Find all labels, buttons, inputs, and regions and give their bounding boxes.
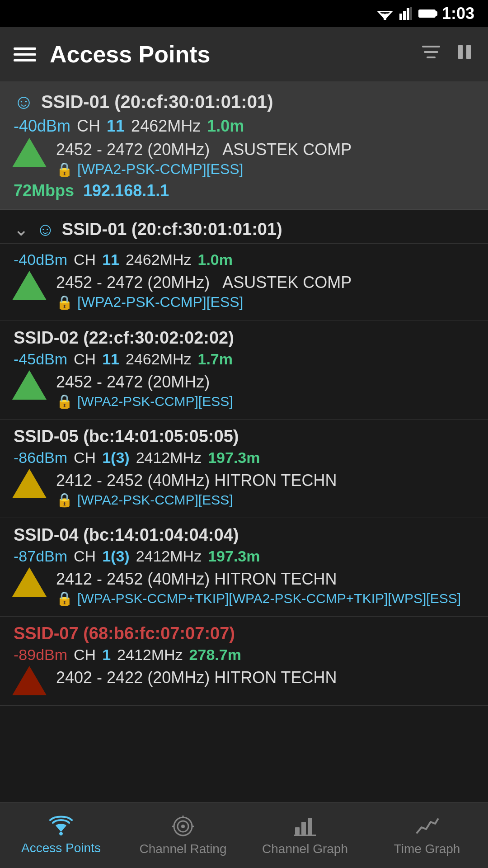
nav-label-access-points: Access Points — [21, 841, 101, 855]
expand-security: [WPA2-PSK-CCMP][ESS] — [77, 294, 243, 311]
connected-signal: -40dBm — [14, 117, 70, 136]
ap-ssid: SSID-04 (bc:14:01:04:04:04) — [14, 525, 474, 545]
expand-freq-range: 2452 - 2472 (20MHz) ASUSTEK COMP — [56, 273, 352, 292]
nav-channel-graph-icon — [293, 815, 317, 838]
ap-list: SSID-02 (22:cf:30:02:02:02) -45dBm CH 11… — [0, 321, 488, 706]
svg-rect-24 — [294, 835, 316, 836]
nav-label-time-graph: Time Graph — [394, 842, 460, 856]
ap-ch-label: CH — [74, 646, 96, 664]
expand-ssid: SSID-01 (20:cf:30:01:01:01) — [62, 220, 282, 239]
lock-icon: 🔒 — [56, 393, 73, 409]
ap-signal-strength-icon — [14, 570, 45, 597]
nav-item-access-points[interactable]: Access Points — [0, 816, 122, 855]
expand-header[interactable]: ⌄ ☺ SSID-01 (20:cf:30:01:01:01) — [0, 210, 488, 244]
expand-signal-icon — [14, 273, 45, 300]
svg-point-16 — [181, 825, 185, 828]
connected-smiley-icon: ☺ — [14, 90, 34, 113]
nav-item-channel-rating[interactable]: Channel Rating — [122, 815, 244, 856]
chevron-down-icon: ⌄ — [14, 219, 29, 240]
ap-frequency: 2412MHz — [136, 449, 202, 467]
connected-ip: 192.168.1.1 — [83, 181, 169, 200]
svg-rect-5 — [399, 14, 402, 20]
ap-signal: -86dBm — [14, 449, 67, 467]
app-bar: Access Points — [0, 27, 488, 81]
nav-wifi-icon — [49, 816, 73, 837]
connected-speed: 72Mbps — [14, 181, 74, 200]
battery-status-icon — [418, 9, 436, 18]
ap-signal: -87dBm — [14, 547, 67, 565]
ap-signal: -45dBm — [14, 350, 67, 368]
svg-rect-13 — [466, 45, 471, 59]
lock-icon: 🔒 — [56, 492, 73, 508]
ap-distance: 278.7m — [189, 646, 241, 664]
connected-freq-range: 2452 - 2472 (20MHz) ASUSTEK COMP — [56, 140, 352, 159]
connected-ch-label: CH — [77, 117, 100, 136]
ap-ch-label: CH — [74, 350, 96, 368]
expand-freq: 2462MHz — [126, 251, 192, 269]
svg-rect-6 — [403, 11, 406, 20]
nav-time-graph-icon — [415, 815, 439, 838]
nav-label-channel-graph: Channel Graph — [262, 842, 348, 856]
filter-icon[interactable] — [421, 42, 441, 66]
ap-ch-label: CH — [74, 547, 96, 565]
svg-rect-23 — [308, 818, 312, 835]
expand-lock-icon: 🔒 — [56, 294, 73, 310]
expand-channel: 11 — [102, 251, 119, 269]
nav-label-channel-rating: Channel Rating — [139, 842, 226, 856]
ap-frequency: 2462MHz — [126, 350, 192, 368]
list-item[interactable]: SSID-04 (bc:14:01:04:04:04) -87dBm CH 1(… — [0, 518, 488, 617]
ap-distance: 197.3m — [208, 547, 260, 565]
ap-ssid: SSID-07 (68:b6:fc:07:07:07) — [14, 624, 474, 643]
ap-frequency: 2412MHz — [136, 547, 202, 565]
security-text: [WPA-PSK-CCMP+TKIP][WPA2-PSK-CCMP+TKIP][… — [77, 591, 461, 606]
nav-item-time-graph[interactable]: Time Graph — [366, 815, 488, 856]
svg-rect-7 — [407, 8, 409, 20]
status-time: 1:03 — [442, 4, 474, 23]
ap-ssid: SSID-02 (22:cf:30:02:02:02) — [14, 328, 474, 348]
connected-distance: 1.0m — [207, 117, 244, 136]
list-item[interactable]: SSID-05 (bc:14:01:05:05:05) -86dBm CH 1(… — [0, 420, 488, 518]
app-title: Access Points — [50, 41, 408, 68]
connected-security: [WPA2-PSK-CCMP][ESS] — [77, 161, 243, 178]
signal-status-icon — [399, 7, 412, 20]
svg-rect-8 — [410, 7, 412, 20]
connected-freq: 2462MHz — [131, 117, 201, 136]
ap-signal-strength-icon — [14, 471, 45, 498]
ap-signal-strength-icon — [14, 373, 45, 400]
status-icons: 1:03 — [377, 4, 474, 23]
pause-icon[interactable] — [455, 42, 474, 66]
list-item[interactable]: SSID-07 (68:b6:fc:07:07:07) -89dBm CH 1 … — [0, 617, 488, 706]
svg-rect-12 — [458, 45, 463, 59]
ap-ssid: SSID-05 (bc:14:01:05:05:05) — [14, 427, 474, 446]
nav-channel-rating-icon — [171, 815, 195, 838]
security-text: [WPA2-PSK-CCMP][ESS] — [77, 394, 233, 409]
connected-channel: 11 — [107, 117, 125, 136]
expand-ch-label: CH — [74, 251, 96, 269]
ap-signal-strength-icon — [14, 668, 45, 695]
nav-item-channel-graph[interactable]: Channel Graph — [244, 815, 366, 856]
expand-distance: 1.0m — [198, 251, 233, 269]
ap-frequency: 2412MHz — [117, 646, 183, 664]
svg-rect-21 — [295, 827, 300, 835]
expand-signal: -40dBm — [14, 251, 67, 269]
ap-freq-range: 2452 - 2472 (20MHz) — [56, 373, 233, 392]
connected-ap-row[interactable]: ☺ SSID-01 (20:cf:30:01:01:01) -40dBm CH … — [0, 81, 488, 210]
ap-ch-label: CH — [74, 449, 96, 467]
ap-freq-range: 2402 - 2422 (20MHz) HITRON TECHN — [56, 668, 337, 687]
wifi-status-icon — [377, 7, 393, 20]
svg-rect-22 — [301, 822, 306, 835]
ap-distance: 1.7m — [198, 350, 233, 368]
security-text: [WPA2-PSK-CCMP][ESS] — [77, 492, 233, 508]
ap-freq-range: 2412 - 2452 (40MHz) HITRON TECHN — [56, 570, 461, 589]
status-bar: 1:03 — [0, 0, 488, 27]
app-bar-actions — [421, 42, 474, 66]
ap-freq-range: 2412 - 2452 (40MHz) HITRON TECHN — [56, 471, 337, 490]
list-item[interactable]: SSID-02 (22:cf:30:02:02:02) -45dBm CH 11… — [0, 321, 488, 420]
hamburger-menu-icon[interactable] — [14, 47, 36, 61]
ap-distance: 197.3m — [208, 449, 260, 467]
main-content: ☺ SSID-01 (20:cf:30:01:01:01) -40dBm CH … — [0, 81, 488, 771]
lock-icon: 🔒 — [56, 590, 73, 606]
expanded-ap-item[interactable]: -40dBm CH 11 2462MHz 1.0m 2452 - 2472 (2… — [0, 244, 488, 321]
connected-lock-icon: 🔒 — [56, 161, 73, 177]
expanded-section: ⌄ ☺ SSID-01 (20:cf:30:01:01:01) -40dBm C… — [0, 210, 488, 321]
